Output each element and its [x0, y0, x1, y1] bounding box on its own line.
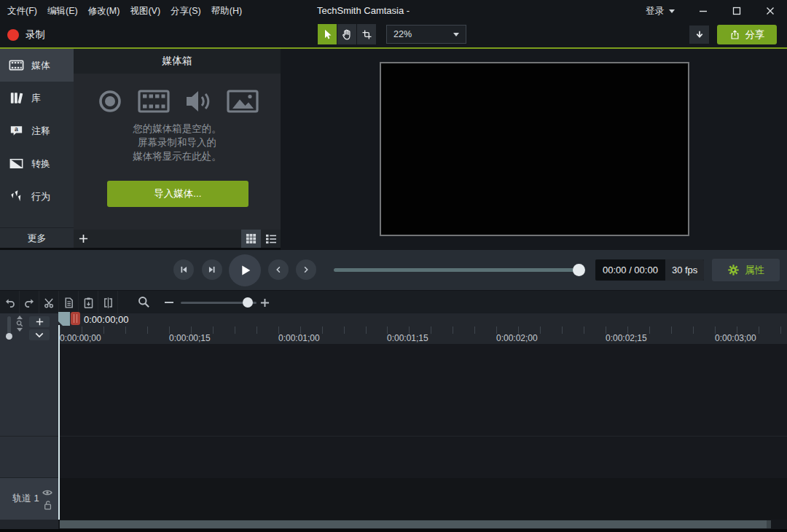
record-label: 录制 [26, 28, 45, 42]
timeline-toolbar [0, 290, 787, 313]
menu-edit[interactable]: 编辑(E) [47, 5, 78, 17]
caret-down-icon[interactable] [17, 328, 23, 332]
camtasia-window: 文件(F) 编辑(E) 修改(M) 视图(V) 分享(S) 帮助(H) Tech… [0, 0, 787, 532]
annotation-bubble-icon: a [8, 122, 25, 139]
properties-button[interactable]: 属性 [712, 259, 780, 281]
maximize-button[interactable] [720, 0, 753, 22]
timeline-zoom-button[interactable] [137, 295, 151, 309]
grid-view-icon [246, 233, 257, 244]
transition-icon [8, 155, 25, 172]
undo-icon [4, 297, 16, 309]
undo-button[interactable] [0, 291, 20, 314]
playback-controls: 00:00 / 00:00 30 fps 属性 [0, 250, 787, 290]
play-icon [237, 262, 253, 278]
playhead-out-handle[interactable] [71, 312, 80, 325]
list-view-button[interactable] [261, 230, 281, 248]
track-height-slider-thumb[interactable] [6, 333, 12, 340]
pan-tool-button[interactable] [337, 24, 356, 44]
login-menu[interactable]: 登录 [634, 0, 686, 22]
canvas-area [281, 49, 787, 250]
minimize-button[interactable] [686, 0, 720, 22]
sidebar-item-label: 注释 [31, 125, 50, 138]
canvas-zoom-select[interactable]: 22% [386, 25, 466, 44]
media-clip-icon [8, 57, 25, 74]
add-media-button[interactable] [74, 230, 93, 248]
magnifier-icon [137, 295, 151, 309]
playback-scrubber-track[interactable] [334, 268, 583, 272]
menu-file[interactable]: 文件(F) [7, 5, 37, 17]
copy-button[interactable] [59, 291, 79, 314]
track-lock-toggle[interactable] [44, 500, 52, 510]
caret-up-icon[interactable] [17, 316, 23, 319]
redo-button[interactable] [20, 291, 39, 314]
sidebar-item-transitions[interactable]: 转换 [0, 147, 74, 180]
crop-icon [361, 28, 373, 41]
share-button[interactable]: 分享 [717, 25, 777, 44]
playhead-time-label: 0:00:00;00 [84, 314, 128, 325]
next-clip-button[interactable] [296, 259, 316, 280]
jump-to-start-button[interactable] [173, 259, 194, 280]
playback-scrubber-thumb[interactable] [573, 264, 585, 276]
tools-sidebar: 媒体 库 a 注释 转换 [0, 49, 74, 248]
record-button[interactable]: 录制 [7, 22, 45, 47]
track-visibility-toggle[interactable] [42, 489, 52, 496]
track-1-header[interactable]: 轨道 1 [0, 477, 58, 520]
cut-button[interactable] [39, 291, 59, 314]
collapse-tracks-button[interactable] [29, 329, 50, 340]
track-height-zoom-stack [15, 316, 24, 332]
menu-help[interactable]: 帮助(H) [211, 5, 242, 17]
sidebar-item-media[interactable]: 媒体 [0, 49, 74, 82]
import-media-button[interactable]: 导入媒体... [107, 181, 248, 207]
ruler-label: 0:00:03;00 [715, 333, 756, 343]
ruler-label: 0:00:00;15 [169, 333, 211, 343]
record-icon [7, 29, 19, 41]
ruler-label: 0:00:00;00 [60, 333, 101, 343]
hand-icon [340, 28, 353, 41]
media-bin-header: 媒体箱 [74, 49, 281, 74]
track-1-lane[interactable] [58, 478, 787, 520]
menu-bar: 文件(F) 编辑(E) 修改(M) 视图(V) 分享(S) 帮助(H) Tech… [0, 0, 787, 22]
timeline-zoom-in-button[interactable] [260, 298, 270, 308]
crop-tool-button[interactable] [357, 24, 376, 44]
step-forward-button[interactable] [202, 259, 222, 280]
menu-modify[interactable]: 修改(M) [88, 5, 120, 17]
login-label: 登录 [646, 5, 664, 17]
sidebar-item-library[interactable]: 库 [0, 82, 74, 114]
paste-icon [82, 297, 95, 309]
horizontal-scrollbar[interactable] [60, 520, 771, 528]
timeline-zoom-slider-thumb[interactable] [243, 297, 253, 308]
audio-speaker-icon [183, 87, 214, 116]
playhead-flag[interactable] [58, 312, 71, 326]
chevron-down-icon [35, 332, 44, 338]
preview-canvas[interactable] [380, 62, 689, 236]
play-button[interactable] [229, 254, 261, 286]
menu-view[interactable]: 视图(V) [130, 5, 160, 17]
fps-display[interactable]: 30 fps [665, 259, 704, 281]
minimize-icon [699, 7, 708, 15]
sidebar-more-button[interactable]: 更多 [0, 227, 74, 248]
time-display: 00:00 / 00:00 30 fps [595, 259, 704, 281]
close-button[interactable] [753, 0, 787, 22]
timeline-track-area[interactable] [58, 344, 787, 520]
playhead-line[interactable] [58, 325, 60, 520]
menu-share[interactable]: 分享(S) [171, 5, 201, 17]
video-filmstrip-icon [137, 87, 171, 116]
add-track-button[interactable] [29, 316, 50, 327]
image-icon [226, 87, 259, 116]
previous-clip-button[interactable] [268, 259, 289, 280]
export-download-button[interactable] [689, 26, 709, 44]
sidebar-item-behaviors[interactable]: 行为 [0, 180, 74, 213]
ruler-label: 0:00:01;00 [278, 333, 320, 343]
cursor-tool-button[interactable] [318, 24, 337, 44]
timeline-ruler[interactable]: 0:00:00;00 0:00:00;00 0:00:00;15 0:00:01… [0, 313, 787, 344]
plus-icon [260, 298, 270, 308]
behaviors-icon [8, 188, 25, 205]
sidebar-item-annotations[interactable]: a 注释 [0, 114, 74, 147]
grid-view-button[interactable] [241, 230, 261, 248]
split-button[interactable] [98, 291, 118, 314]
scrollbar-gutter [0, 520, 58, 529]
cursor-icon [321, 28, 334, 41]
paste-button[interactable] [79, 291, 98, 314]
canvas-zoom-value: 22% [394, 29, 412, 39]
timeline-zoom-out-button[interactable] [165, 302, 173, 303]
